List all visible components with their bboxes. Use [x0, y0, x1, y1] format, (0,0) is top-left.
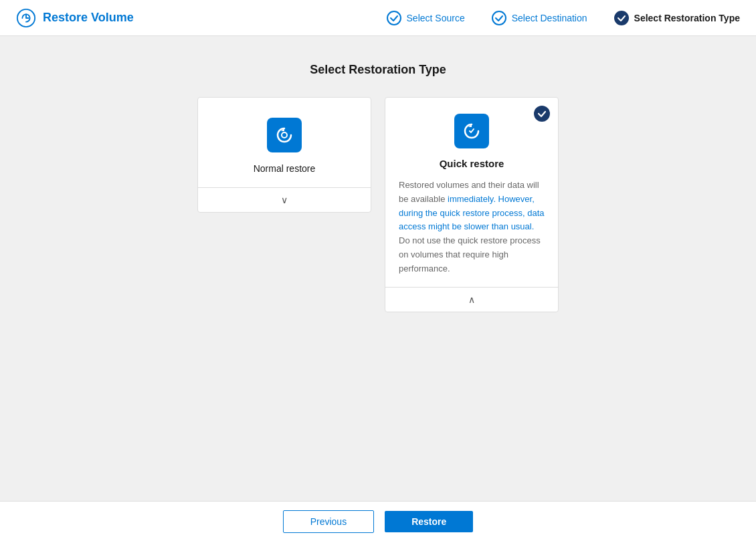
step-label-source: Select Source [407, 13, 465, 23]
quick-restore-title: Quick restore [440, 158, 504, 169]
normal-restore-card[interactable]: Normal restore ∨ [197, 97, 371, 213]
section-title: Select Restoration Type [310, 63, 446, 77]
step-label-destination: Select Destination [512, 13, 587, 23]
previous-button[interactable]: Previous [283, 510, 374, 533]
check-icon-selected [537, 109, 547, 118]
step-circle-restoration [614, 11, 629, 25]
header: Restore Volume Select Source Select Dest… [0, 0, 756, 36]
wizard-steps: Select Source Select Destination Select … [387, 11, 740, 25]
quick-restore-card-body: Quick restore Restored volumes and their… [385, 98, 558, 287]
footer: Previous Restore [0, 501, 756, 541]
wizard-step-restoration: Select Restoration Type [614, 11, 740, 25]
step-label-restoration: Select Restoration Type [634, 13, 740, 23]
quick-restore-chevron-up-icon: ∧ [468, 294, 475, 305]
check-icon-source [389, 13, 399, 23]
normal-restore-chevron-down-icon: ∨ [281, 195, 288, 205]
check-icon-destination [494, 13, 504, 23]
normal-restore-card-body: Normal restore [198, 98, 371, 187]
normal-restore-icon-box [267, 118, 302, 152]
step-circle-destination [492, 11, 506, 25]
restore-volume-icon [16, 8, 36, 28]
selected-badge [534, 106, 550, 122]
normal-restore-label: Normal restore [254, 163, 316, 174]
cards-row: Normal restore ∨ Q [197, 97, 559, 312]
normal-restore-expand-button[interactable]: ∨ [198, 187, 371, 212]
quick-restore-icon-box [454, 114, 489, 148]
app-title: Restore Volume [16, 8, 134, 28]
quick-restore-collapse-button[interactable]: ∧ [385, 287, 558, 312]
svg-point-1 [282, 132, 287, 138]
wizard-step-source: Select Source [387, 11, 465, 25]
wizard-step-destination: Select Destination [492, 11, 587, 25]
step-circle-source [387, 11, 401, 25]
quick-restore-icon [462, 121, 482, 141]
quick-restore-highlight: immediately. However, during the quick r… [399, 194, 545, 232]
app-title-text: Restore Volume [43, 11, 134, 25]
restore-icon [274, 125, 294, 145]
check-icon-restoration [617, 13, 626, 23]
restore-button[interactable]: Restore [385, 511, 473, 532]
main-content: Select Restoration Type Normal restore ∨ [0, 36, 756, 501]
quick-restore-description: Restored volumes and their data will be … [399, 179, 545, 276]
quick-restore-card[interactable]: Quick restore Restored volumes and their… [385, 97, 559, 312]
